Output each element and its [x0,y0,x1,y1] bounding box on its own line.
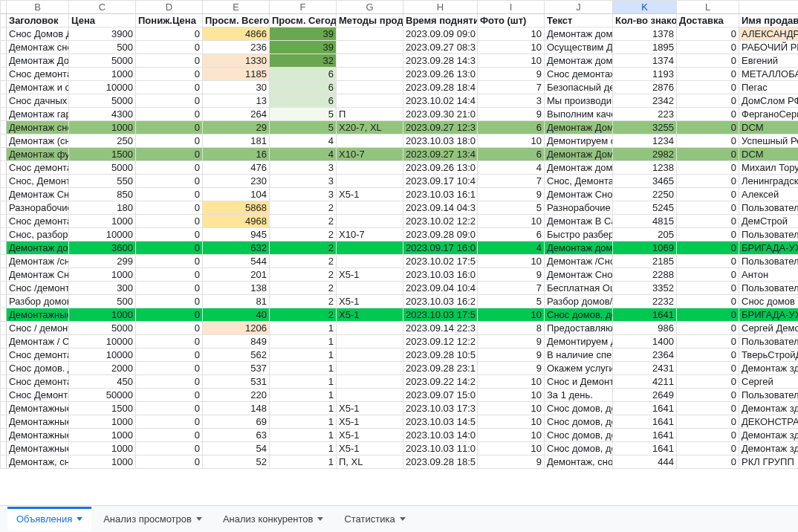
cell-L-3[interactable]: 0 [677,68,739,81]
cell-G-19[interactable] [337,282,403,295]
chevron-down-icon[interactable] [400,517,406,521]
cell-M-29[interactable]: ДЕКОНСТРАН [739,415,799,429]
cell-G-15[interactable]: X10-7 [337,228,403,241]
cell-D-22[interactable]: 0 [136,322,203,335]
cell-L-10[interactable]: 0 [677,161,739,175]
cell-L-28[interactable]: 0 [677,402,739,415]
cell-C-17[interactable]: 299 [69,255,136,268]
cell-C-25[interactable]: 2000 [69,362,136,375]
cell-K-16[interactable]: 1069 [613,241,677,255]
cell-F-29[interactable]: 1 [270,415,337,429]
cell-H-7[interactable]: 2023.09.27 12:3 [403,121,478,134]
cell-B-13[interactable]: Разнорабочие, [7,201,69,215]
cell-J-14[interactable]: Демонтаж В Са [545,215,613,228]
cell-B-15[interactable]: Снос, разбор по [7,228,69,241]
cell-E-30[interactable]: 63 [203,429,270,442]
cell-D-18[interactable]: 0 [136,268,203,282]
cell-row-30[interactable] [1,429,7,442]
cell-B-28[interactable]: Демонтажные р [7,402,69,415]
cell-H-0[interactable]: 2023.09.09 09:0 [403,27,478,41]
cell-K-31[interactable]: 1641 [613,442,677,455]
cell-row-27[interactable] [1,389,7,402]
cell-C-0[interactable]: 3900 [69,27,136,41]
cell-E-13[interactable]: 5868 [203,201,270,215]
cell-D-28[interactable]: 0 [136,402,203,415]
cell-G-22[interactable] [337,322,403,335]
cell-G-21[interactable]: X5-1 [337,308,403,322]
sheet-tab-Анализ просмотров[interactable]: Анализ просмотров [94,507,211,531]
cell-I-17[interactable]: 10 [478,255,545,268]
cell-K-14[interactable]: 4815 [613,215,677,228]
cell-F-19[interactable]: 2 [270,282,337,295]
cell-H-31[interactable]: 2023.10.03 11:0 [403,442,478,455]
cell-row-31[interactable] [1,442,7,455]
cell-J-10[interactable]: Демонтаж домо [545,161,613,175]
cell-J-2[interactable]: Демонтаж домо [545,54,613,68]
cell-D-6[interactable]: 0 [136,108,203,121]
cell-C-1[interactable]: 500 [69,41,136,54]
cell-I-29[interactable]: 10 [478,415,545,429]
cell-J-12[interactable]: Демонтаж Снос [545,188,613,201]
field-header-G[interactable]: Методы продв [337,14,403,27]
cell-H-1[interactable]: 2023.09.27 08:3 [403,41,478,54]
cell-D-1[interactable]: 0 [136,41,203,54]
cell-G-31[interactable]: X5-1 [337,442,403,455]
cell-D-14[interactable]: 0 [136,215,203,228]
cell-H-15[interactable]: 2023.09.28 09:0 [403,228,478,241]
cell-H-5[interactable]: 2023.10.02 14:4 [403,94,478,108]
cell-M-5[interactable]: ДомСлом РФ [739,94,799,108]
row-header-blank[interactable] [739,1,799,14]
cell-D-10[interactable]: 0 [136,161,203,175]
field-header-D[interactable]: Пониж.Цена [136,14,203,27]
field-header-L[interactable]: Доставка [677,14,739,27]
field-header-B[interactable]: Заголовок [7,14,69,27]
cell-E-31[interactable]: 54 [203,442,270,455]
cell-row-12[interactable] [1,188,7,201]
cell-K-32[interactable]: 444 [613,455,677,469]
cell-E-19[interactable]: 138 [203,282,270,295]
cell-D-3[interactable]: 0 [136,68,203,81]
cell-K-15[interactable]: 205 [613,228,677,241]
cell-J-24[interactable]: В наличие спец [545,348,613,362]
cell-J-20[interactable]: Разбор домов/ [545,295,613,308]
cell-C-16[interactable]: 3600 [69,241,136,255]
cell-J-31[interactable]: Снос домов, де [545,442,613,455]
cell-B-18[interactable]: Демонтаж Снос [7,268,69,282]
cell-L-5[interactable]: 0 [677,94,739,108]
cell-D-5[interactable]: 0 [136,94,203,108]
cell-F-12[interactable]: 3 [270,188,337,201]
cell-C-13[interactable]: 180 [69,201,136,215]
cell-B-6[interactable]: Демонтаж гара [7,108,69,121]
cell-C-22[interactable]: 5000 [69,322,136,335]
cell-row-0[interactable] [1,27,7,41]
cell-F-1[interactable]: 39 [270,41,337,54]
cell-K-9[interactable]: 2982 [613,148,677,161]
cell-K-4[interactable]: 2876 [613,81,677,94]
cell-B-1[interactable]: Демонтаж снос [7,41,69,54]
cell-row-7[interactable] [1,121,7,134]
cell-C-4[interactable]: 10000 [69,81,136,94]
chevron-down-icon[interactable] [196,517,202,521]
cell-D-26[interactable]: 0 [136,375,203,389]
cell-B-31[interactable]: Демонтажные р [7,442,69,455]
cell-G-18[interactable]: X5-1 [337,268,403,282]
cell-I-6[interactable]: 9 [478,108,545,121]
cell-I-9[interactable]: 6 [478,148,545,161]
cell-M-27[interactable]: Пользователь [739,389,799,402]
cell-E-11[interactable]: 230 [203,175,270,188]
cell-row-26[interactable] [1,375,7,389]
cell-K-18[interactable]: 2288 [613,268,677,282]
cell-K-0[interactable]: 1378 [613,27,677,41]
cell-F-24[interactable]: 1 [270,348,337,362]
cell-L-31[interactable]: 0 [677,442,739,455]
sheet-tab-Объявления[interactable]: Объявления [7,507,91,531]
cell-I-20[interactable]: 5 [478,295,545,308]
cell-M-8[interactable]: Успешный Ре [739,134,799,148]
cell-H-21[interactable]: 2023.10.03 17:5 [403,308,478,322]
cell-E-0[interactable]: 4866 [203,27,270,41]
cell-J-17[interactable]: Демонтаж /Сно [545,255,613,268]
cell-G-32[interactable]: П, XL [337,455,403,469]
cell-J-9[interactable]: Демонтаж Домо [545,148,613,161]
cell-C-30[interactable]: 1000 [69,429,136,442]
field-header-M[interactable]: Имя продав [739,14,799,27]
